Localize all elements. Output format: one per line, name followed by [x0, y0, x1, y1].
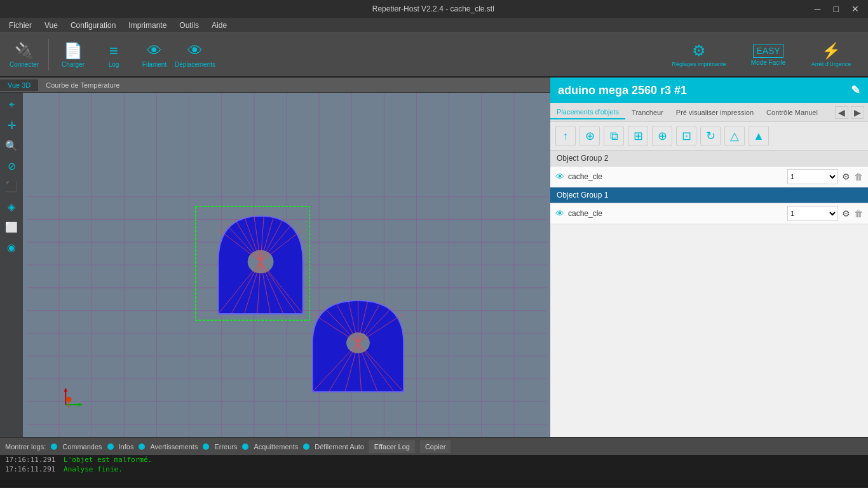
rotate-button[interactable]: ↻	[700, 126, 721, 146]
tab-nav-prev[interactable]: ◀	[835, 106, 848, 119]
printer-tabs: Placements d'objets Trancheur Pré visual…	[550, 103, 868, 122]
object-toolbar: ↑ ⊕ ⧉ ⊞ ⊕ ⊡ ↻ △ ▲	[550, 122, 868, 151]
tab-pre-visualiser[interactable]: Pré visualiser impression	[670, 106, 760, 119]
log-time-2: 17:16:11.291	[5, 465, 55, 473]
log-msg-2: Analyse finie.	[64, 465, 123, 473]
erreurs-label: Erreurs	[214, 443, 237, 451]
infos-label: Infos	[119, 443, 134, 451]
tab-placements[interactable]: Placements d'objets	[550, 105, 625, 119]
view-tabs: Vue 3D Courbe de Température	[0, 78, 550, 93]
object-row-group2-1: 👁 cache_cle 1 2 3 ⚙ 🗑	[550, 166, 868, 187]
deplacements-button[interactable]: 👁 Déplacements	[176, 36, 214, 74]
acquittements-label: Acquittements	[254, 443, 298, 451]
log-line-1: 17:16:11.291 L'objet est malformé.	[0, 455, 868, 464]
object-settings-g1[interactable]: ⚙	[842, 208, 850, 219]
log-dot-erreurs	[203, 444, 209, 450]
iso-button[interactable]: ⬜	[2, 217, 21, 236]
connecter-icon: 🔌	[15, 42, 34, 60]
maximize-button[interactable]: □	[830, 3, 843, 15]
visibility-toggle-g2[interactable]: 👁	[555, 172, 564, 182]
filament-icon: 👁	[147, 42, 162, 60]
mirror-button[interactable]: △	[724, 126, 745, 146]
svg-point-69	[66, 397, 71, 402]
zoom-in-button[interactable]: 🔍	[2, 136, 21, 155]
printer-edit-icon[interactable]: ✎	[851, 83, 860, 97]
charger-button[interactable]: 📄 Charger	[54, 36, 92, 74]
right-panel: aduino mega 2560 r3 #1 ✎ Placements d'ob…	[550, 78, 868, 437]
filament-label: Filament	[142, 61, 166, 68]
montrer-logs-label: Montrer logs:	[5, 443, 46, 451]
3d-viewport[interactable]: ⌖ ✛ 🔍 ⊘ ⬛ ◈ ⬜ ◉	[0, 93, 550, 437]
menu-fichier[interactable]: Fichier	[3, 20, 38, 31]
log-button[interactable]: ≡ Log	[95, 36, 133, 74]
no-render-button[interactable]: ⊘	[2, 156, 21, 175]
log-dot-acq	[242, 444, 248, 450]
tab-courbe-temp[interactable]: Courbe de Température	[38, 79, 127, 91]
object-count-select-g1[interactable]: 1 2 3	[787, 206, 838, 221]
home-view-button[interactable]: ⌖	[2, 95, 21, 114]
toolbar: 🔌 Connecter 📄 Charger ≡ Log 👁 Filament 👁…	[0, 33, 868, 78]
menu-configuration[interactable]: Configuration	[64, 20, 122, 31]
object-delete-g1[interactable]: 🗑	[854, 208, 863, 219]
main-area: Vue 3D Courbe de Température ⌖ ✛ 🔍 ⊘ ⬛ ◈…	[0, 78, 868, 437]
titlebar: Repetier-Host V2.2.4 - cache_cle.stl ─ □…	[0, 0, 868, 18]
deplacements-icon: 👁	[187, 42, 203, 60]
arret-urgence-label: Arrêt d'Urgence	[811, 61, 851, 67]
arret-urgence-button[interactable]: ⚡ Arrêt d'Urgence	[799, 36, 863, 74]
mode-facile-icon: EASY	[753, 44, 783, 58]
printer-name: aduino mega 2560 r3 #1	[558, 84, 687, 97]
log-line-2: 17:16:11.291 Analyse finie.	[0, 464, 868, 474]
reglages-button[interactable]: ⚙ Réglages imprimante	[661, 36, 737, 74]
log-time-1: 17:16:11.291	[5, 456, 55, 464]
move-button[interactable]: ✛	[2, 116, 21, 135]
printer-header: aduino mega 2560 r3 #1 ✎	[550, 78, 868, 103]
deplacements-label: Déplacements	[175, 61, 215, 68]
close-button[interactable]: ✕	[848, 3, 863, 15]
object-settings-g2[interactable]: ⚙	[842, 172, 850, 182]
menu-vue[interactable]: Vue	[38, 20, 64, 31]
object-count-select-g2[interactable]: 1 2 3	[787, 169, 838, 184]
menu-imprimante[interactable]: Imprimante	[122, 20, 173, 31]
window-controls: ─ □ ✕	[811, 3, 863, 15]
shaded-button[interactable]: ◈	[2, 197, 21, 216]
tab-trancheur[interactable]: Trancheur	[625, 106, 670, 119]
mode-facile-button[interactable]: EASY Mode Facile	[740, 36, 797, 74]
toolbar-right: ⚙ Réglages imprimante EASY Mode Facile ⚡…	[661, 36, 863, 74]
group-header-1: Object Group 1	[550, 187, 868, 203]
menu-aide[interactable]: Aide	[205, 20, 233, 31]
objects-list: Object Group 2 👁 cache_cle 1 2 3 ⚙ 🗑 Obj…	[550, 151, 868, 437]
left-toolbar: ⌖ ✛ 🔍 ⊘ ⬛ ◈ ⬜ ◉	[0, 93, 23, 437]
mode-facile-label: Mode Facile	[751, 59, 785, 66]
scale-button[interactable]: ▲	[749, 126, 769, 146]
object-delete-g2[interactable]: 🗑	[854, 172, 863, 182]
group-header-2: Object Group 2	[550, 151, 868, 166]
center-button[interactable]: ⊕	[652, 126, 672, 146]
menu-outils[interactable]: Outils	[173, 20, 205, 31]
cube-view-button[interactable]: ⬛	[2, 177, 21, 196]
reglages-icon: ⚙	[692, 42, 706, 60]
add-object-button[interactable]: ⊕	[580, 126, 600, 146]
effacer-log-button[interactable]: Effacer Log	[369, 440, 415, 453]
app-title: Repetier-Host V2.2.4 - cache_cle.stl	[56, 4, 811, 13]
log-dot-defilement	[303, 444, 309, 450]
tab-vue3d[interactable]: Vue 3D	[0, 79, 38, 91]
copy-button[interactable]: ⧉	[604, 126, 624, 146]
visibility-toggle-g1[interactable]: 👁	[555, 208, 564, 219]
minimize-button[interactable]: ─	[811, 3, 825, 15]
connecter-button[interactable]: 🔌 Connecter	[5, 36, 43, 74]
log-label: Log	[109, 61, 119, 68]
tab-nav-next[interactable]: ▶	[851, 106, 864, 119]
export-button[interactable]: ↑	[555, 126, 576, 146]
copier-button[interactable]: Copier	[420, 440, 451, 453]
arret-urgence-icon: ⚡	[822, 42, 841, 60]
fit-button[interactable]: ⊡	[676, 126, 696, 146]
toolbar-sep-1	[48, 39, 49, 71]
grid-arrange-button[interactable]: ⊞	[628, 126, 648, 146]
charger-icon: 📄	[64, 42, 83, 60]
avertissements-label: Avertissements	[150, 443, 198, 451]
log-dot-infos	[107, 444, 114, 450]
filament-button[interactable]: 👁 Filament	[135, 36, 173, 74]
tab-controle[interactable]: Contrôle Manuel	[760, 106, 824, 119]
parts-button[interactable]: ◉	[2, 238, 21, 257]
object-name-g1: cache_cle	[568, 209, 783, 218]
